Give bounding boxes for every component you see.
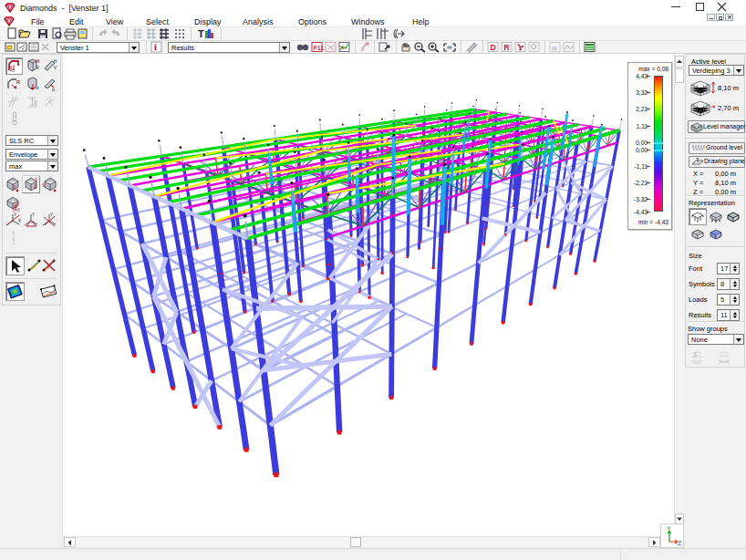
svg-text:X: X <box>18 219 21 223</box>
svg-text:8,10 m: 8,10 m <box>718 84 739 92</box>
svg-text:F: F <box>16 202 19 207</box>
svg-text:Z: Z <box>678 540 682 546</box>
svg-text:2,70 m: 2,70 m <box>718 104 739 112</box>
svg-text:i: i <box>154 42 157 52</box>
svg-text:D: D <box>491 43 496 52</box>
svg-text:H: H <box>54 59 57 64</box>
svg-text:δ: δ <box>12 67 15 73</box>
svg-text:V: V <box>36 66 39 70</box>
svg-text:Y: Y <box>32 213 35 217</box>
svg-text:w: w <box>551 44 557 52</box>
svg-text:F11: F11 <box>314 45 325 51</box>
svg-text:σ: σ <box>36 85 40 90</box>
svg-text:S: S <box>35 177 38 182</box>
svg-text:R: R <box>16 79 20 85</box>
svg-text:T: T <box>198 28 204 39</box>
svg-text:Y: Y <box>14 213 16 217</box>
svg-text:V: V <box>54 66 57 70</box>
svg-text:1: 1 <box>694 352 697 358</box>
svg-text:H: H <box>36 59 39 64</box>
svg-text:Y: Y <box>50 213 53 217</box>
svg-text:Y: Y <box>667 525 671 532</box>
svg-text:σ: σ <box>52 87 56 92</box>
svg-text:R: R <box>504 43 510 52</box>
